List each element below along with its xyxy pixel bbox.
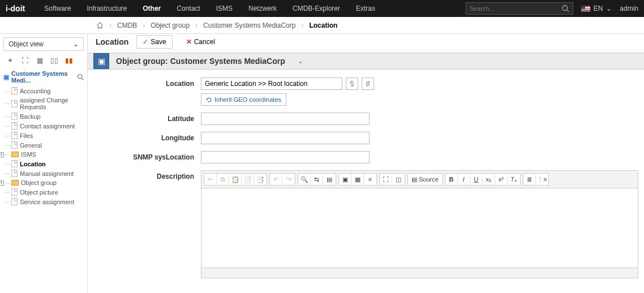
book-icon[interactable]: ▯▯: [50, 57, 59, 64]
app-logo: i-doit: [6, 4, 25, 13]
bold-icon[interactable]: B: [445, 174, 458, 185]
sidebar-item-object-group[interactable]: +Object group: [3, 178, 84, 187]
tree-search-icon[interactable]: [77, 74, 84, 80]
image-icon[interactable]: ▣: [339, 174, 351, 185]
cancel-button[interactable]: ✕Cancel: [181, 35, 221, 49]
breadcrumb-bar: › CMDB › Object group › Customer Systems…: [0, 17, 644, 34]
breadcrumb-sep: ›: [109, 21, 111, 29]
sidebar-item-assigned-change-requests[interactable]: assigned Change Requests: [3, 96, 84, 111]
tool-icon-1[interactable]: ✦: [6, 57, 15, 64]
removeformat-icon[interactable]: Tₓ: [508, 174, 520, 185]
breadcrumb: › CMDB › Object group › Customer Systems…: [96, 21, 337, 29]
sidebar-item-object-picture[interactable]: Object picture: [3, 187, 84, 197]
expander-icon[interactable]: +: [0, 180, 4, 186]
refresh-icon: [206, 97, 212, 103]
italic-icon[interactable]: I: [458, 174, 470, 185]
nav-contact[interactable]: Contact: [169, 0, 208, 17]
search-icon[interactable]: [561, 5, 569, 12]
sidebar-item-contact-assignment[interactable]: Contact assignment: [3, 121, 84, 131]
latitude-input[interactable]: [201, 113, 370, 125]
editor-toolbar: ✂ ⧉ 📋 📄 📑 ↶ ↷ 🔍: [201, 171, 638, 188]
subscript-icon[interactable]: x₂: [483, 174, 495, 185]
sidebar-item-label: Contact assignment: [20, 123, 75, 130]
nav-software[interactable]: Software: [36, 0, 79, 17]
chart-icon[interactable]: ▮▮: [65, 57, 74, 64]
folder-icon: [11, 180, 19, 186]
file-icon: [11, 170, 18, 177]
selectall-icon[interactable]: ▤: [323, 174, 336, 185]
source-button[interactable]: ▤ Source: [408, 174, 442, 185]
file-icon: [11, 141, 18, 149]
replace-icon[interactable]: ⇆: [311, 174, 323, 185]
superscript-icon[interactable]: x²: [495, 174, 508, 185]
svg-line-3: [81, 78, 83, 80]
editor-footer: [201, 268, 638, 278]
calendar-icon[interactable]: ▦: [35, 57, 44, 64]
bc-location[interactable]: Location: [309, 21, 337, 29]
object-view-selector[interactable]: Object view ⌄: [3, 37, 84, 51]
hr-icon[interactable]: ≡: [364, 174, 376, 185]
nav-infrastructure[interactable]: Infrastructure: [79, 0, 135, 17]
numbered-list-icon[interactable]: ≣: [523, 174, 536, 185]
blocks-icon[interactable]: ◫: [392, 174, 405, 185]
close-icon: ✕: [186, 38, 192, 46]
global-search[interactable]: [466, 2, 573, 15]
paste-word-icon[interactable]: 📑: [254, 174, 267, 185]
maximize-icon[interactable]: ⛶: [380, 174, 392, 185]
search-input[interactable]: [470, 5, 561, 12]
expander-icon[interactable]: +: [0, 152, 4, 157]
sidebar-item-backup[interactable]: Backup: [3, 111, 84, 121]
sidebar-item-location[interactable]: Location: [3, 159, 84, 169]
copy-icon: ⧉: [217, 174, 229, 185]
nav-netzwerk[interactable]: Netzwerk: [241, 0, 285, 17]
save-button[interactable]: ✓Save: [136, 35, 172, 49]
nav-isms[interactable]: ISMS: [208, 0, 241, 17]
expand-icon[interactable]: ⛶: [20, 57, 29, 64]
file-icon: [11, 113, 18, 120]
chevron-down-icon[interactable]: ⌄: [298, 57, 303, 65]
chevron-down-icon: ⌄: [606, 5, 612, 12]
find-icon[interactable]: 🔍: [298, 174, 311, 185]
underline-icon[interactable]: U: [470, 174, 483, 185]
sidebar-item-service-assignment[interactable]: Service assignment: [3, 197, 84, 206]
location-input[interactable]: [201, 77, 342, 90]
sidebar-item-files[interactable]: Files: [3, 131, 84, 140]
bullet-list-icon[interactable]: ⋮≡: [536, 174, 548, 185]
sidebar-item-accounting[interactable]: Accounting: [3, 86, 84, 96]
category-tree: ▣ Customer Systems Medi... Accountingass…: [3, 70, 84, 206]
description-textarea[interactable]: [201, 188, 638, 268]
sidebar-item-general[interactable]: General: [3, 140, 84, 150]
top-nav: Software Infrastructure Other Contact IS…: [36, 0, 383, 17]
table-icon[interactable]: ▦: [351, 174, 364, 185]
longitude-label: Longitude: [93, 132, 201, 142]
bc-cmdb[interactable]: CMDB: [117, 21, 137, 29]
detach-icon[interactable]: [362, 77, 374, 90]
snmp-input[interactable]: [201, 151, 370, 163]
flag-icon: [581, 6, 590, 11]
tree-root[interactable]: ▣ Customer Systems Medi...: [3, 70, 84, 84]
language-selector[interactable]: EN ⌄: [581, 5, 612, 12]
paste-text-icon[interactable]: 📄: [242, 174, 254, 185]
longitude-input[interactable]: [201, 132, 370, 144]
nav-extras[interactable]: Extras: [348, 0, 383, 17]
sidebar-item-manual-assignment[interactable]: Manual assignment: [3, 169, 84, 178]
bc-customer[interactable]: Customer Systems MediaCorp: [203, 21, 295, 29]
nav-other[interactable]: Other: [135, 0, 169, 17]
home-icon[interactable]: [96, 21, 104, 29]
svg-line-1: [566, 10, 569, 12]
sidebar-item-label: assigned Change Requests: [20, 97, 84, 110]
sidebar-item-label: Object group: [21, 179, 57, 186]
link-icon[interactable]: [346, 77, 358, 90]
paste-icon[interactable]: 📋: [229, 174, 242, 185]
sidebar-item-isms[interactable]: +ISMS: [3, 150, 84, 159]
latitude-label: Latitude: [93, 113, 201, 123]
language-label: EN: [594, 5, 603, 12]
file-icon: [11, 188, 18, 196]
sidebar-item-label: Manual assignment: [20, 170, 74, 177]
username-label[interactable]: admin: [620, 5, 638, 12]
snmp-label: SNMP sysLocation: [93, 151, 201, 161]
nav-cmdb-explorer[interactable]: CMDB-Explorer: [285, 0, 348, 17]
bc-object-group[interactable]: Object group: [151, 21, 190, 29]
inherit-geo-button[interactable]: Inherit GEO coordinates: [201, 93, 286, 106]
file-icon: [11, 100, 18, 107]
